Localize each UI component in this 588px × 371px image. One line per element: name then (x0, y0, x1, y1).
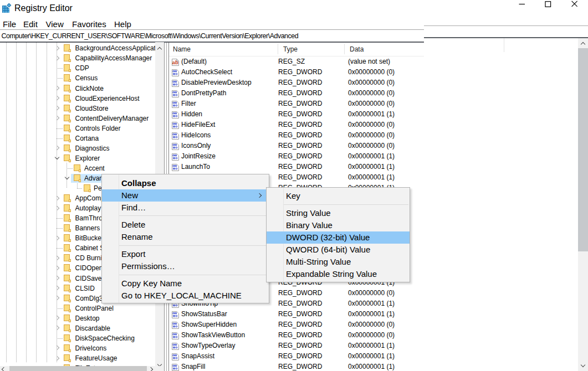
svg-text:ab: ab (172, 59, 178, 65)
